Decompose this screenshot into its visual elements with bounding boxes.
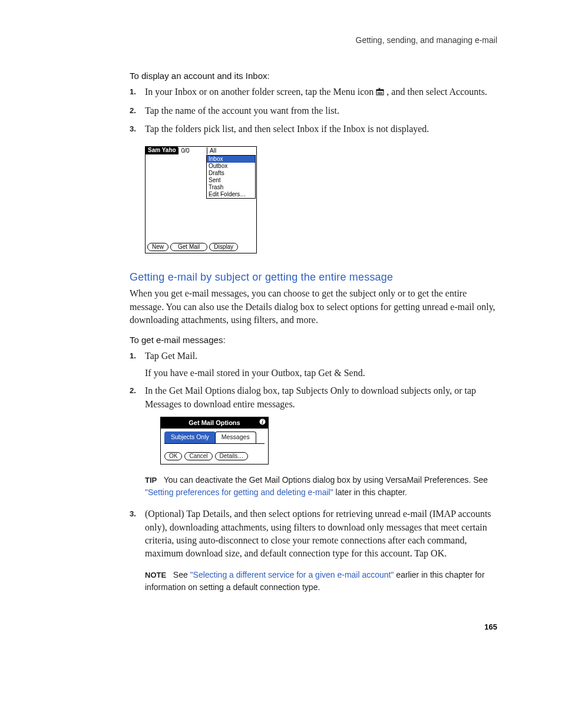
proc1-step3: Tap the folders pick list, and then sele… (130, 123, 497, 136)
dialog-buttons: OK Cancel Details… (161, 444, 268, 464)
note-link[interactable]: "Selecting a different service for a giv… (190, 570, 394, 579)
folder-picker-current[interactable]: All (207, 147, 216, 154)
tip-link[interactable]: "Setting preferences for getting and del… (145, 487, 333, 497)
proc2-step1a: Tap Get Mail. (145, 350, 497, 363)
proc1-step2: Tap the name of the account you want fro… (130, 104, 497, 117)
section-heading: Getting e-mail by subject or getting the… (130, 271, 497, 284)
tip-label: TIP (145, 476, 157, 485)
folder-outbox[interactable]: Outbox (207, 163, 255, 170)
procedure-2-steps: Tap Get Mail. If you have e-mail stored … (130, 350, 497, 592)
account-tab[interactable]: Sam Yaho (146, 147, 178, 154)
folder-edit[interactable]: Edit Folders… (207, 191, 255, 198)
tip-text-before: You can deactivate the Get Mail Options … (164, 475, 488, 485)
dialog-title: Get Mail Options i (161, 417, 268, 429)
note-callout: NOTE See "Selecting a different service … (145, 569, 497, 593)
dialog-tabs: Subjects Only Messages (164, 431, 265, 444)
details-button[interactable]: Details… (215, 452, 249, 460)
tab-messages[interactable]: Messages (215, 431, 256, 443)
cancel-button[interactable]: Cancel (184, 452, 212, 460)
folder-drafts[interactable]: Drafts (207, 170, 255, 177)
proc1-step1: In your Inbox or on another folder scree… (130, 85, 497, 100)
palm-mail-screenshot: Sam Yaho 0/0 All Inbox Outbox Drafts Sen… (145, 146, 257, 253)
tip-text-after: later in this chapter. (336, 487, 407, 497)
folder-inbox[interactable]: Inbox (207, 156, 255, 163)
proc2-step2-text: In the Get Mail Options dialog box, tap … (145, 386, 476, 409)
message-count: 0/0 (181, 147, 190, 154)
proc2-step1b: If you have e-mail stored in your Outbox… (145, 367, 497, 380)
get-mail-button[interactable]: Get Mail (170, 243, 207, 251)
proc2-step2: In the Get Mail Options dialog box, tap … (130, 384, 497, 498)
folder-sent[interactable]: Sent (207, 177, 255, 184)
section-intro: When you get e-mail messages, you can ch… (130, 287, 497, 327)
menu-icon (376, 87, 384, 100)
folder-trash[interactable]: Trash (207, 184, 255, 191)
page-number: 165 (130, 622, 497, 631)
palm-titlebar: Sam Yaho 0/0 (146, 147, 190, 154)
new-button[interactable]: New (147, 243, 168, 251)
info-icon[interactable]: i (259, 419, 266, 427)
ok-button[interactable]: OK (164, 452, 182, 460)
note-label: NOTE (145, 571, 166, 579)
tab-subjects-only[interactable]: Subjects Only (164, 431, 216, 443)
note-text-before: See (173, 570, 190, 579)
procedure-heading-2: To get e-mail messages: (130, 335, 497, 345)
palm-bottom-bar: New Get Mail Display (147, 243, 254, 251)
procedure-1-steps: In your Inbox or on another folder scree… (130, 85, 497, 136)
proc2-step1: Tap Get Mail. If you have e-mail stored … (130, 350, 497, 380)
tip-callout: TIP You can deactivate the Get Mail Opti… (145, 474, 497, 498)
get-mail-options-dialog: Get Mail Options i Subjects Only Message… (160, 417, 269, 465)
proc2-step3-text: (Optional) Tap Details, and then select … (145, 509, 491, 558)
page: Getting, sending, and managing e-mail To… (0, 0, 562, 655)
dialog-title-text: Get Mail Options (189, 419, 240, 426)
step1-text-a: In your Inbox or on another folder scree… (145, 87, 376, 97)
step1-text-b: , and then select Accounts. (386, 87, 487, 97)
proc2-step3: (Optional) Tap Details, and then select … (130, 508, 497, 593)
svg-rect-1 (376, 90, 384, 91)
running-head: Getting, sending, and managing e-mail (130, 35, 497, 45)
folder-dropdown[interactable]: Inbox Outbox Drafts Sent Trash Edit Fold… (206, 155, 256, 199)
display-button[interactable]: Display (209, 243, 238, 251)
procedure-heading-1: To display an account and its Inbox: (130, 71, 497, 81)
